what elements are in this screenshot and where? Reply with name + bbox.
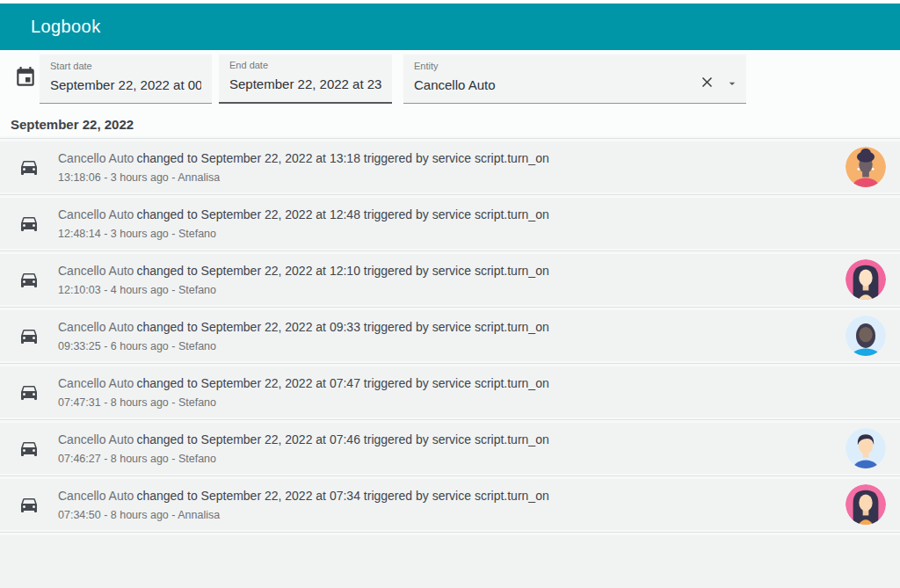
entity-link[interactable]: Cancello Auto <box>58 151 134 165</box>
user-avatar <box>846 428 886 468</box>
calendar-icon[interactable] <box>14 66 39 91</box>
entity-link[interactable]: Cancello Auto <box>58 432 134 446</box>
entry-message: changed to September 22, 2022 at 12:10 t… <box>136 264 548 278</box>
end-date-field[interactable]: End date September 22, 2022 at 23:59 <box>219 54 392 104</box>
entry-message: changed to September 22, 2022 at 07:34 t… <box>136 489 548 503</box>
entity-link[interactable]: Cancello Auto <box>58 207 134 221</box>
app-bar: Logbook <box>0 4 900 50</box>
user-avatar <box>846 316 886 356</box>
car-icon <box>18 438 40 459</box>
date-section-header: September 22, 2022 <box>0 110 900 136</box>
entry-detail: 13:18:06 - 3 hours ago - Annalisa <box>58 171 835 184</box>
start-date-value: September 22, 2022 at 00:00 <box>50 77 201 92</box>
car-icon <box>18 381 40 403</box>
entry-message: changed to September 22, 2022 at 07:47 t… <box>136 376 548 390</box>
entry-message: changed to September 22, 2022 at 13:18 t… <box>136 151 548 165</box>
entry-text: Cancello Autochanged to September 22, 20… <box>58 375 835 409</box>
entry-message: changed to September 22, 2022 at 09:33 t… <box>136 320 548 334</box>
entity-field[interactable]: Entity Cancello Auto <box>403 54 746 104</box>
logbook-entry: Cancello Autochanged to September 22, 20… <box>0 254 900 305</box>
entry-text: Cancello Autochanged to September 22, 20… <box>58 150 835 184</box>
user-avatar <box>846 372 886 412</box>
entity-label: Entity <box>414 61 736 72</box>
entry-detail: 07:46:27 - 8 hours ago - Stefano <box>58 453 835 465</box>
entry-text: Cancello Autochanged to September 22, 20… <box>58 432 835 465</box>
end-date-value: September 22, 2022 at 23:59 <box>229 76 381 91</box>
user-avatar <box>846 259 886 300</box>
entry-detail: 12:10:03 - 4 hours ago - Stefano <box>58 284 835 296</box>
entity-link[interactable]: Cancello Auto <box>58 264 134 278</box>
entity-link[interactable]: Cancello Auto <box>58 320 134 334</box>
entry-message: changed to September 22, 2022 at 07:46 t… <box>136 432 548 446</box>
user-avatar <box>846 147 886 187</box>
entity-link[interactable]: Cancello Auto <box>58 376 134 390</box>
page-title: Logbook <box>31 17 101 37</box>
entity-link[interactable]: Cancello Auto <box>58 489 134 503</box>
car-icon <box>18 156 40 178</box>
entry-text: Cancello Autochanged to September 22, 20… <box>58 488 835 521</box>
logbook-entry: Cancello Autochanged to September 22, 20… <box>0 367 900 417</box>
entry-message: changed to September 22, 2022 at 12:48 t… <box>136 207 548 221</box>
start-date-field[interactable]: Start date September 22, 2022 at 00:00 <box>40 54 212 104</box>
entry-text: Cancello Autochanged to September 22, 20… <box>58 263 835 296</box>
entry-detail: 09:33:25 - 6 hours ago - Stefano <box>58 340 835 352</box>
entry-detail: 07:47:31 - 8 hours ago - Stefano <box>58 396 835 409</box>
close-icon[interactable] <box>699 74 716 91</box>
filter-bar: Start date September 22, 2022 at 00:00 E… <box>0 50 900 110</box>
entity-value: Cancello Auto <box>414 77 736 92</box>
entry-detail: 12:48:14 - 3 hours ago - Stefano <box>58 228 835 240</box>
end-date-label: End date <box>229 60 381 71</box>
entry-text: Cancello Autochanged to September 22, 20… <box>58 207 835 240</box>
logbook-entry: Cancello Autochanged to September 22, 20… <box>0 198 900 249</box>
logbook-entry: Cancello Autochanged to September 22, 20… <box>0 423 900 474</box>
logbook-entry: Cancello Autochanged to September 22, 20… <box>0 479 900 530</box>
entry-text: Cancello Autochanged to September 22, 20… <box>58 319 835 352</box>
user-avatar <box>846 203 886 243</box>
entry-detail: 07:34:50 - 8 hours ago - Annalisa <box>58 509 835 521</box>
row-divider <box>0 530 900 535</box>
logbook-entry: Cancello Autochanged to September 22, 20… <box>0 142 900 192</box>
chevron-down-icon[interactable] <box>725 76 739 91</box>
car-icon <box>18 269 40 290</box>
logbook-list: Cancello Autochanged to September 22, 20… <box>0 136 900 588</box>
car-icon <box>18 213 40 234</box>
car-icon <box>18 325 40 346</box>
logbook-entry: Cancello Autochanged to September 22, 20… <box>0 310 900 361</box>
car-icon <box>18 494 40 515</box>
start-date-label: Start date <box>50 61 201 72</box>
user-avatar <box>846 484 886 525</box>
